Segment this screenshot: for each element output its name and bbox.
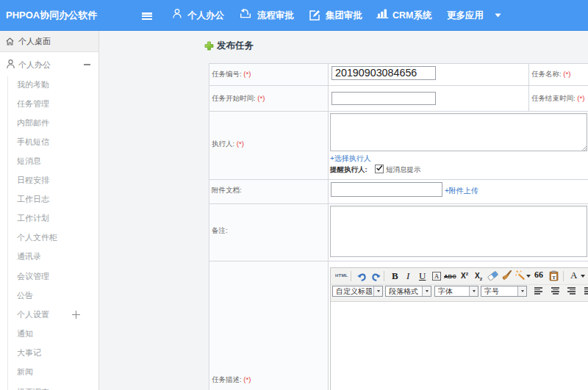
svg-text:T: T xyxy=(552,275,556,281)
